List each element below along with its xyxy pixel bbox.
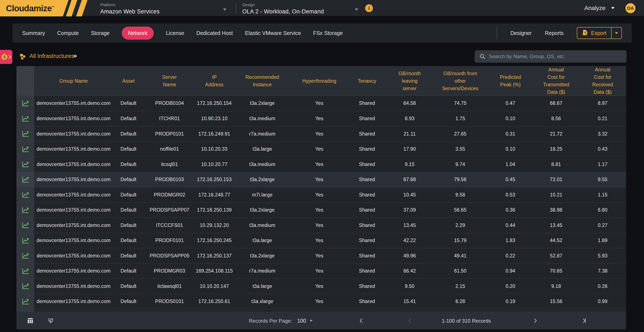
line-chart-icon[interactable] (22, 192, 29, 198)
table-row[interactable]: demovcenter13755.int.demo.comDefaultPROD… (16, 202, 626, 218)
table-row[interactable]: demovcenter13755.int.demo.comDefaultITCC… (16, 218, 626, 233)
line-chart-icon[interactable] (22, 237, 29, 244)
table-row[interactable]: demovcenter13755.int.demo.comDefaultPROD… (16, 172, 626, 187)
table-row[interactable]: demovcenter13755.int.demo.comDefaultPROD… (16, 187, 626, 202)
column-header-gb-month-leaving-server[interactable]: GB/month leaving server (386, 66, 433, 96)
tab-compute[interactable]: Compute (57, 30, 79, 36)
column-header-tenancy[interactable]: Tenancy (348, 66, 386, 96)
cost-panel-toggle[interactable]: $ (0, 50, 12, 64)
line-chart-icon[interactable] (22, 161, 29, 167)
line-chart-icon[interactable] (22, 176, 29, 183)
cell-server: PRODB0103 (144, 172, 195, 187)
line-chart-icon[interactable] (22, 253, 29, 259)
breadcrumb-expand-chevrons[interactable]: » (73, 52, 77, 59)
column-header-predicted-peak[interactable]: Predicted Peak (%) (488, 66, 533, 96)
nav-right: DesignerReports Export (497, 27, 622, 39)
cell-group: demovcenter13755.int.demo.com (34, 187, 113, 202)
cell-predicted-peak: 0.31 (488, 126, 533, 141)
info-icon[interactable]: i (365, 4, 373, 12)
column-settings-icon[interactable] (27, 318, 34, 325)
nav-link-designer[interactable]: Designer (510, 30, 532, 36)
column-header-recommended-instance[interactable]: Recommended Instance (234, 66, 291, 96)
table-row[interactable]: demovcenter13755.int.demo.comDefaultPROD… (16, 233, 626, 248)
clipped-row-icon-cell (16, 309, 34, 312)
analyze-menu[interactable]: Analyze (584, 5, 614, 11)
cell-gb-leaving: 15.41 (386, 294, 433, 309)
tab-summary[interactable]: Summary (22, 30, 45, 36)
cell-gb-other: 3.55 (433, 142, 488, 157)
column-header-server-name[interactable]: Server Name (144, 66, 195, 96)
tab-storage[interactable]: Storage (91, 30, 110, 36)
chevron-down-icon[interactable] (355, 8, 358, 11)
column-header-gb-month-from-other-servers-devices[interactable]: GB/month from other Servers/Devices (433, 66, 488, 96)
table-row[interactable]: demovcenter13755.int.demo.comDefaultITCH… (16, 111, 626, 126)
column-header-ip-address[interactable]: IP Address (195, 66, 234, 96)
table-row[interactable]: demovcenter13755.int.demo.comDefaultPROD… (16, 248, 626, 263)
column-header-annual-cost-for-received-data[interactable]: Annual Cost for Received Data ($) (579, 66, 626, 96)
table-row[interactable]: demovcenter13755.int.demo.comDefaultPROD… (16, 96, 626, 111)
records-per-page-select[interactable]: 100 (297, 318, 312, 324)
line-chart-icon[interactable] (22, 298, 29, 305)
trademark-symbol: ™ (52, 5, 54, 9)
column-header-hyperthreading[interactable]: Hyperthreading (291, 66, 348, 96)
last-page-button[interactable] (582, 318, 587, 324)
line-chart-icon[interactable] (22, 268, 29, 274)
cell-gb-other: 1.75 (433, 111, 488, 126)
column-header-asset[interactable]: Asset (113, 66, 144, 96)
column-header-annual-cost-for-transmitted-data[interactable]: Annual Cost for Transmitted Data ($) (533, 66, 579, 96)
cell-ip: 10.29.132.20 (195, 218, 234, 233)
line-chart-icon[interactable] (22, 131, 29, 137)
export-main[interactable]: Export (577, 29, 611, 37)
cell-group: demovcenter13755.int.demo.com (34, 96, 113, 111)
records-per-page-value: 100 (297, 318, 306, 324)
line-chart-icon[interactable] (22, 222, 29, 228)
cell-asset: Default (113, 279, 144, 294)
line-chart-icon[interactable] (22, 207, 29, 213)
column-header-group-name[interactable]: Group Name (34, 66, 113, 96)
cloudamize-logo[interactable]: Cloudamize™ (0, 0, 100, 16)
table-row[interactable]: demovcenter13755.int.demo.comDefaultPROD… (16, 294, 626, 309)
table-row[interactable]: demovcenter13755.int.demo.comDefaultitcs… (16, 157, 626, 172)
design-selector[interactable]: Design OLA 2 - Workload, On-Demand (242, 2, 353, 15)
chevron-down-icon (611, 7, 614, 9)
nav-divider (497, 27, 497, 39)
platform-selector[interactable]: Platform Amazon Web Services (100, 2, 220, 15)
chevron-down-icon[interactable] (223, 8, 226, 11)
network-table: Group NameAssetServer NameIP AddressReco… (16, 66, 626, 330)
row-grouping-icon[interactable] (47, 318, 54, 325)
tab-fsx-storage[interactable]: FSx Storage (313, 30, 343, 36)
export-dropdown-button[interactable] (612, 32, 622, 34)
tab-license[interactable]: License (166, 30, 184, 36)
line-chart-icon[interactable] (22, 100, 29, 107)
cell-hyperthreading: Yes (291, 126, 348, 141)
next-page-button[interactable] (532, 318, 538, 324)
table-row[interactable]: demovcenter13755.int.demo.comDefaultitcl… (16, 279, 626, 294)
first-page-button[interactable] (359, 318, 364, 324)
breadcrumb[interactable]: All Infrastructures (30, 53, 74, 59)
line-chart-icon[interactable] (22, 146, 29, 152)
table-row[interactable]: demovcenter13755.int.demo.comDefaultnoff… (16, 141, 626, 157)
cell-gb-other: 61.50 (433, 264, 488, 279)
previous-page-button[interactable] (407, 318, 413, 324)
tab-elastic-vmware-service[interactable]: Elastic VMware Service (245, 30, 301, 36)
tab-network[interactable]: Network (122, 27, 154, 40)
cell-predicted-peak: 0.94 (488, 264, 533, 279)
tab-dedicated-host[interactable]: Dedicated Host (196, 30, 233, 36)
avatar[interactable]: DA (626, 3, 636, 13)
search-input[interactable] (489, 53, 617, 59)
cell-server: PRODSPSAPP07 (144, 203, 195, 218)
line-chart-icon[interactable] (22, 115, 29, 122)
export-button[interactable]: Export (577, 27, 622, 39)
row-chart-cell (16, 279, 34, 294)
cell-cost-received: 6.80 (579, 203, 626, 218)
cell-server: PRODS0101 (144, 294, 195, 309)
cell-cost-received: 0.26 (579, 279, 626, 294)
table-row[interactable]: demovcenter13755.int.demo.comDefaultPROD… (16, 126, 626, 141)
cell-asset: Default (113, 203, 144, 218)
table-row[interactable]: demovcenter13755.int.demo.comDefaultPROD… (16, 263, 626, 279)
export-label: Export (591, 30, 606, 36)
line-chart-icon[interactable] (22, 283, 29, 289)
cell-group: demovcenter13755.int.demo.com (34, 142, 113, 157)
design-label: Design (242, 2, 353, 7)
nav-link-reports[interactable]: Reports (545, 30, 564, 36)
